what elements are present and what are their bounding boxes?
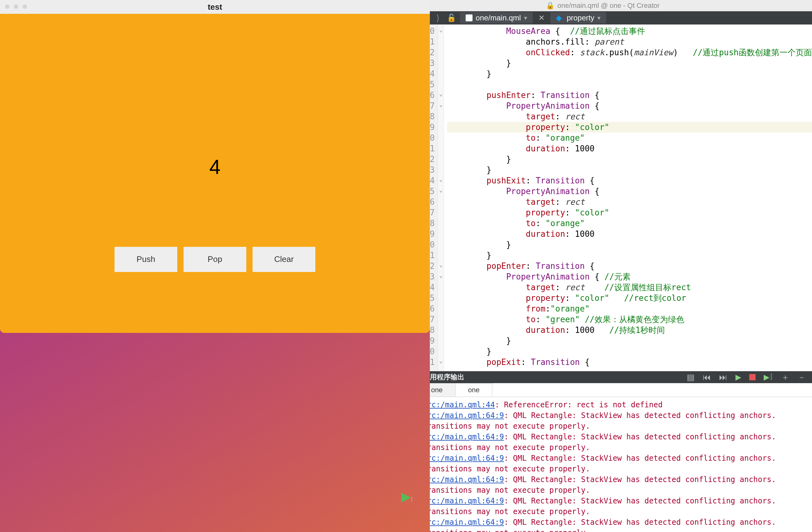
desktop-left: test 4 Push Pop Clear bbox=[0, 0, 393, 333]
symbol-crumb[interactable]: ◆ property ▾ bbox=[550, 12, 606, 24]
output-tab[interactable]: one bbox=[455, 383, 493, 397]
stack-depth-number: 4 bbox=[209, 155, 220, 179]
close-icon[interactable] bbox=[5, 4, 10, 9]
qt-creator-window: 🔒 one/main.qml @ one - Qt Creator 欢迎编辑设计… bbox=[393, 0, 812, 532]
error-link[interactable]: qrc:/main.qml:64:9 bbox=[422, 518, 504, 527]
qt-titlebar[interactable]: 🔒 one/main.qml @ one - Qt Creator bbox=[393, 0, 812, 11]
error-link[interactable]: qrc:/main.qml:64:9 bbox=[422, 454, 504, 463]
qml-file-icon bbox=[466, 14, 473, 22]
zoom-icon[interactable] bbox=[23, 4, 27, 9]
code-body[interactable]: MouseArea { //通过鼠标点击事件 anchors.fill: par… bbox=[444, 25, 812, 371]
pop-button[interactable]: Pop bbox=[184, 247, 246, 272]
push-button[interactable]: Push bbox=[115, 247, 177, 272]
error-link[interactable]: qrc:/main.qml:64:9 bbox=[422, 411, 504, 420]
step-back-icon[interactable]: ⏮ bbox=[703, 373, 711, 382]
remove-icon[interactable]: － bbox=[798, 372, 806, 383]
error-link[interactable]: qrc:/main.qml:64:9 bbox=[422, 496, 504, 505]
close-editor-icon[interactable]: ✕ bbox=[538, 14, 545, 22]
minimize-icon[interactable] bbox=[14, 4, 18, 9]
error-link[interactable]: qrc:/main.qml:44 bbox=[422, 401, 495, 409]
window-controls bbox=[5, 4, 27, 9]
qt-window-title: one/main.qml @ one - Qt Creator bbox=[557, 2, 660, 10]
run-icon[interactable]: ▶ bbox=[736, 373, 741, 381]
debug-run-icon[interactable]: ▶⸾ bbox=[401, 489, 411, 504]
editor-toolbar: ⟨ ⟩ 🔓 one/main.qml ▾ ✕ ◆ property ▾ bbox=[419, 11, 812, 25]
button-row: Push Pop Clear bbox=[115, 247, 315, 272]
lock-icon[interactable]: 🔓 bbox=[447, 14, 456, 22]
output-header: 应用程序输出 ▤ ⏮ ⏭ ▶ ▶⸾ ＋ － bbox=[419, 371, 812, 383]
nav-forward-icon[interactable]: ⟩ bbox=[432, 13, 443, 23]
symbol-crumb-label: property bbox=[567, 14, 594, 22]
fold-gutter[interactable]: ⌄ ⌄ ⌄ ⌄ ⌄ ⌄ ⌄ ⌄ bbox=[438, 25, 444, 371]
test-app-title: test bbox=[208, 2, 222, 12]
chevron-down-icon: ▾ bbox=[524, 14, 527, 22]
property-icon: ◆ bbox=[556, 14, 562, 22]
step-fwd-icon[interactable]: ⏭ bbox=[719, 373, 727, 382]
filter-icon[interactable]: ▤ bbox=[687, 373, 695, 382]
lock-icon: 🔒 bbox=[546, 2, 554, 10]
test-app-body[interactable]: 4 Push Pop Clear bbox=[0, 14, 430, 333]
file-crumb-label: one/main.qml bbox=[476, 14, 521, 22]
qt-main: 欢迎编辑设计Debug项目?帮助oneRelease▶▶⸾⚒ ⟨ ⟩ 🔓 one… bbox=[393, 11, 812, 532]
add-icon[interactable]: ＋ bbox=[781, 372, 789, 383]
clear-button[interactable]: Clear bbox=[252, 247, 315, 272]
file-crumb[interactable]: one/main.qml ▾ bbox=[460, 12, 533, 24]
test-app-titlebar[interactable]: test bbox=[0, 0, 430, 14]
code-editor[interactable]: 20 21 22 23 24 25 26 27 28 29 30 31 32 3… bbox=[419, 25, 812, 371]
error-link[interactable]: qrc:/main.qml:64:9 bbox=[422, 475, 504, 484]
output-body[interactable]: qrc:/main.qml:44: ReferenceError: rect i… bbox=[419, 397, 812, 532]
output-controls: ▤ ⏮ ⏭ ▶ ▶⸾ ＋ － bbox=[687, 372, 812, 383]
stop-icon[interactable] bbox=[749, 374, 755, 380]
error-text: : ReferenceError: rect is not defined bbox=[495, 401, 663, 409]
editor-area: ⟨ ⟩ 🔓 one/main.qml ▾ ✕ ◆ property ▾ 20 2… bbox=[419, 11, 812, 532]
output-tabs: oneone bbox=[419, 383, 812, 397]
error-link[interactable]: qrc:/main.qml:64:9 bbox=[422, 432, 504, 441]
rerun-icon[interactable]: ▶⸾ bbox=[764, 373, 773, 381]
test-app-window: test 4 Push Pop Clear bbox=[0, 0, 430, 333]
chevron-down-icon: ▾ bbox=[597, 14, 600, 22]
